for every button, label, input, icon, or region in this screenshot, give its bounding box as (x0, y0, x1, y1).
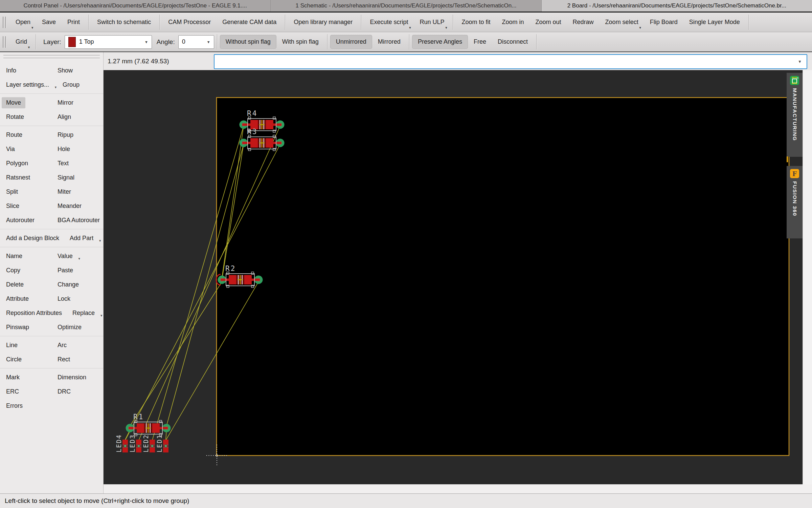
menu-item-move[interactable]: Move (2, 97, 25, 108)
menu-item-arc[interactable]: Arc (53, 340, 71, 351)
board-canvas-area[interactable]: R4R3R2R1LED4LED3LED2LED1 (104, 70, 803, 484)
menu-item-dimension[interactable]: Dimension (53, 372, 91, 383)
menu-item-align[interactable]: Align (53, 111, 75, 123)
menu-item-info[interactable]: Info (2, 65, 21, 76)
without-spin-flag-button[interactable]: Without spin flag (220, 35, 276, 49)
menu-item-slice[interactable]: Slice (2, 200, 24, 212)
menu-cell: Line (0, 342, 51, 349)
print-button[interactable]: Print (62, 15, 86, 29)
menu-item-split[interactable]: Split (2, 186, 22, 197)
grid-button[interactable]: Grid▼ (10, 35, 33, 49)
menu-item-meander[interactable]: Meander (53, 200, 86, 212)
zoom-out-button[interactable]: Zoom out (530, 15, 567, 29)
save-button[interactable]: Save (36, 15, 62, 29)
menu-item-mirror[interactable]: Mirror (53, 97, 78, 108)
open-label: Open (16, 19, 30, 25)
command-sidebar: InfoShowLayer settings...▼GroupMoveMirro… (0, 52, 104, 493)
preserve-angles-button[interactable]: Preserve Angles (412, 35, 468, 49)
generate-cam-data-button[interactable]: Generate CAM data (217, 15, 282, 29)
angle-select[interactable]: 0▼ (178, 35, 214, 49)
command-history-dropdown-icon[interactable]: ▼ (793, 59, 807, 64)
menu-item-circle[interactable]: Circle (2, 354, 26, 365)
unmirrored-button[interactable]: Unmirrored (330, 35, 372, 49)
menu-item-group[interactable]: Group (58, 79, 84, 90)
menu-item-ratsnest[interactable]: Ratsnest (2, 172, 35, 183)
menu-item-show[interactable]: Show (53, 65, 77, 76)
layer-select[interactable]: 1 Top▼ (65, 35, 152, 49)
menu-item-drc[interactable]: DRC (53, 386, 75, 397)
switch-to-schematic-button[interactable]: Switch to schematic (91, 15, 157, 29)
menu-item-errors[interactable]: Errors (2, 400, 27, 411)
menu-row: CircleRect (0, 352, 103, 366)
menu-item-attribute[interactable]: Attribute (2, 293, 33, 304)
component-label-R1: R1 (133, 413, 144, 421)
sidebar-grip-handle[interactable] (3, 55, 100, 59)
menu-item-signal[interactable]: Signal (53, 172, 79, 183)
chevron-down-icon: ▼ (31, 26, 34, 29)
disconnect-button[interactable]: Disconnect (492, 35, 534, 49)
menu-cell: Add Part▼ (64, 235, 101, 242)
menu-item-add-a-design-block[interactable]: Add a Design Block (2, 233, 64, 244)
menu-item-rect[interactable]: Rect (53, 354, 74, 365)
fusion-360-tab[interactable]: F FUSION 360 (787, 166, 803, 238)
menu-item-name[interactable]: Name (2, 251, 27, 262)
menu-cell: ERC (0, 388, 51, 395)
menu-group: MoveMirrorRotateAlign (0, 94, 103, 126)
menu-item-optimize[interactable]: Optimize (53, 322, 86, 333)
coordinate-display: 1.27 mm (7.62 49.53) (108, 52, 169, 70)
open-button[interactable]: Open▼ (10, 15, 36, 29)
mirrored-button[interactable]: Mirrored (372, 35, 406, 49)
window-tab-2[interactable]: 1 Schematic - /Users/rehaanirani/Documen… (271, 0, 541, 12)
menu-item-bga-autorouter[interactable]: BGA Autorouter (53, 215, 104, 226)
menu-item-copy[interactable]: Copy (2, 265, 25, 276)
status-bar: Left-click to select object to move (Ctr… (0, 493, 812, 508)
board-canvas[interactable]: R4R3R2R1LED4LED3LED2LED1 (104, 70, 803, 484)
menu-item-delete[interactable]: Delete (2, 279, 28, 290)
manufacturing-tab[interactable]: s MANUFACTURING (787, 73, 803, 157)
cam-processor-button[interactable]: CAM Processor (162, 15, 217, 29)
free-button[interactable]: Free (468, 35, 492, 49)
menu-item-ripup[interactable]: Ripup (53, 129, 78, 141)
menu-item-polygon[interactable]: Polygon (2, 158, 32, 169)
window-tab-1[interactable]: Control Panel - /Users/rehaanirani/Docum… (0, 0, 271, 12)
run-ulp-button[interactable]: Run ULP▼ (414, 15, 450, 29)
menu-item-pinswap[interactable]: Pinswap (2, 322, 33, 333)
menu-item-autorouter[interactable]: Autorouter (2, 215, 39, 226)
menu-item-miter[interactable]: Miter (53, 186, 75, 197)
menu-item-change[interactable]: Change (53, 279, 83, 290)
command-input[interactable] (215, 55, 793, 68)
menu-item-erc[interactable]: ERC (2, 386, 23, 397)
menu-item-rotate[interactable]: Rotate (2, 111, 28, 123)
flip-board-button[interactable]: Flip Board (644, 15, 683, 29)
menu-item-replace[interactable]: Replace (68, 308, 99, 319)
menu-item-line[interactable]: Line (2, 340, 22, 351)
menu-item-hole[interactable]: Hole (53, 144, 74, 155)
menu-item-value[interactable]: Value (53, 251, 77, 262)
menu-item-text[interactable]: Text (53, 158, 73, 169)
single-layer-mode-button[interactable]: Single Layer Mode (683, 15, 746, 29)
with-spin-flag-button[interactable]: With spin flag (276, 35, 324, 49)
menu-cell: Add a Design Block (0, 235, 64, 242)
zoom-in-button[interactable]: Zoom in (496, 15, 530, 29)
redraw-button[interactable]: Redraw (567, 15, 600, 29)
window-tab-bar: Control Panel - /Users/rehaanirani/Docum… (0, 0, 812, 13)
zoom-select-button[interactable]: Zoom select▼ (600, 15, 644, 29)
execute-script-button[interactable]: Execute script▼ (364, 15, 414, 29)
menu-item-add-part[interactable]: Add Part (65, 233, 98, 244)
menu-item-route[interactable]: Route (2, 129, 27, 141)
chevron-down-icon: ▼ (27, 46, 30, 49)
menu-item-layer-settings[interactable]: Layer settings... (2, 79, 53, 90)
open-library-manager-button[interactable]: Open library manager (288, 15, 358, 29)
menu-row: AutorouterBGA Autorouter (0, 213, 103, 227)
menu-item-via[interactable]: Via (2, 144, 19, 155)
menu-row: AttributeLock (0, 292, 103, 306)
menu-cell: Ripup (51, 131, 78, 139)
menu-item-paste[interactable]: Paste (53, 265, 77, 276)
zoom-to-fit-button[interactable]: Zoom to fit (456, 15, 496, 29)
menu-item-lock[interactable]: Lock (53, 293, 75, 304)
board-outline[interactable] (217, 98, 789, 456)
single-layer-mode-label: Single Layer Mode (689, 19, 740, 25)
menu-item-mark[interactable]: Mark (2, 372, 24, 383)
window-tab-3[interactable]: 2 Board - /Users/rehaanirani/Documents/E… (542, 0, 812, 12)
menu-item-reposition-attributes[interactable]: Reposition Attributes (2, 308, 66, 319)
